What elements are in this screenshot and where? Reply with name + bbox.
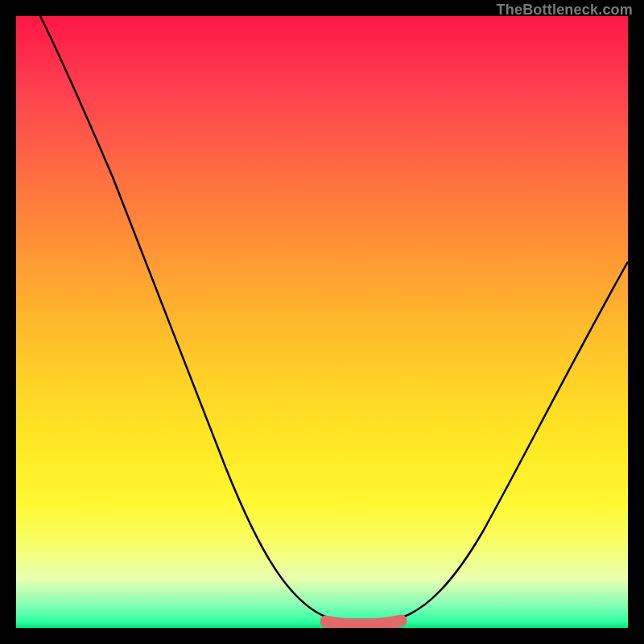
plot-svg [16,16,628,628]
chart-frame: TheBottleneck.com [0,0,644,644]
plot-area [16,16,628,628]
bottleneck-curve [40,16,628,620]
flat-bottom-highlight [326,621,401,625]
